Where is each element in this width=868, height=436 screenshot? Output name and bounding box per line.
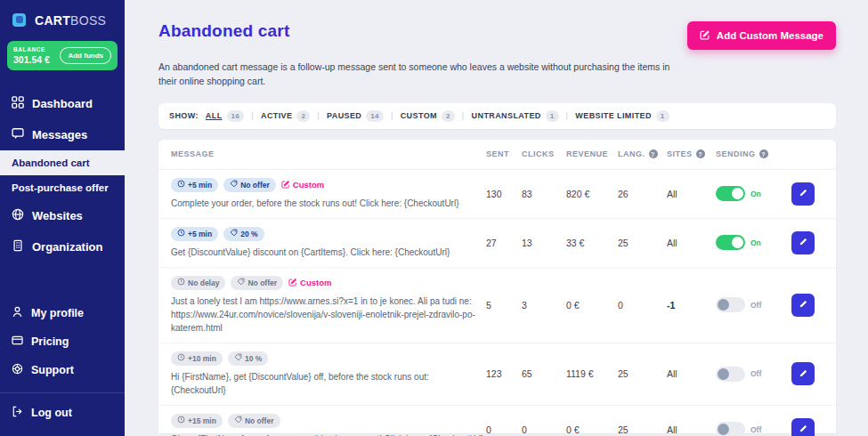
add-custom-message-button[interactable]: Add Custom Message [687,21,836,50]
sidebar-item-websites[interactable]: Websites [0,200,125,231]
table-row: No delayNo offerCustom Just a lonely tes… [158,268,836,343]
main-content: Abandoned cart Add Custom Message An aba… [125,0,868,436]
lifebuoy-icon [12,363,23,377]
edit-message-button[interactable] [791,182,815,206]
lang-value: 25 [618,424,667,435]
help-icon[interactable]: ? [696,149,705,158]
sidebar-item-pricing[interactable]: Pricing [0,327,125,356]
column-clicks: CLICKS [522,149,566,158]
custom-tag: Custom [281,180,324,190]
filter-count: 2 [296,110,310,122]
help-icon[interactable]: ? [649,149,658,158]
messages-table: MESSAGE SENT CLICKS REVENUE LANG.? SITES… [158,140,836,433]
delay-badge: +15 min [171,414,223,428]
sending-toggle[interactable] [716,367,745,382]
sidebar-item-label: Organization [32,240,102,254]
message-text: Oh no {FirstName}, you forgot something … [171,432,486,436]
chat-icon [12,127,24,142]
filter-all[interactable]: ALL16 [206,110,244,122]
clicks-value: 65 [522,368,566,379]
filter-count: 2 [442,110,455,122]
delay-badge: No delay [171,276,225,290]
filter-count: 1 [546,110,559,122]
sidebar-item-label: Pricing [31,335,69,348]
credit-card-icon [12,335,23,349]
revenue-value: 820 € [566,189,618,199]
edit-message-button[interactable] [791,294,815,317]
delay-badge: +5 min [171,178,218,192]
sidebar-item-organization[interactable]: Organization [0,231,125,262]
sidebar-bottom-nav: My profile Pricing Support Log out [0,299,125,436]
building-icon [12,239,24,254]
sidebar-item-post-purchase-offer[interactable]: Post-purchase offer [0,175,125,200]
sidebar-divider [0,392,125,393]
sent-value: 5 [486,300,522,311]
pencil-square-icon [700,29,710,42]
sites-value: -1 [667,300,716,311]
person-icon [12,306,23,320]
clock-icon [177,353,185,363]
toggle-knob [732,237,743,248]
clock-icon [177,229,185,238]
sidebar-item-label: Support [31,364,74,376]
balance-card: BALANCE 301.54 € Add funds [7,41,118,70]
filter-separator: | [317,111,320,120]
edit-message-button[interactable] [791,231,815,254]
filter-separator: | [391,111,393,120]
filter-custom[interactable]: CUSTOM2 [401,110,455,122]
column-revenue: REVENUE [566,149,618,158]
revenue-value: 33 € [566,238,618,248]
message-text: Complete your order, before the stock ru… [171,197,486,210]
logo-text: CARTBOSS [35,13,106,28]
lang-value: 26 [618,189,667,199]
clock-icon [177,278,185,287]
revenue-value: 0 € [566,424,618,435]
sending-toggle[interactable] [716,186,745,201]
sending-toggle[interactable] [716,297,745,312]
add-funds-button[interactable]: Add funds [60,47,111,64]
filter-website-limited[interactable]: WEBSITE LIMITED1 [575,110,669,122]
sidebar-nav: Dashboard Messages Abandoned cart Post-p… [0,88,125,262]
sidebar-item-messages[interactable]: Messages [0,119,125,150]
clock-icon [177,180,185,190]
pencil-icon [799,236,808,249]
column-message: MESSAGE [171,149,486,158]
filter-paused[interactable]: PAUSED14 [327,110,384,122]
cartboss-logo[interactable]: CARTBOSS [0,0,125,39]
logout-icon [12,406,23,420]
edit-message-button[interactable] [791,362,815,385]
sites-value: All [667,368,716,379]
page-title: Abandoned cart [158,21,289,41]
offer-tag-icon [234,416,242,425]
show-label: SHOW: [169,111,199,120]
filter-active[interactable]: ACTIVE2 [261,110,310,122]
sidebar-item-support[interactable]: Support [0,356,125,384]
help-icon[interactable]: ? [759,149,768,158]
message-text: Just a lonely test I am https://www.arne… [171,295,486,335]
sidebar-item-my-profile[interactable]: My profile [0,299,125,327]
sending-toggle[interactable] [716,235,745,250]
table-row: +10 min10 % Hi {FirstName}, get {Discoun… [158,343,836,406]
toggle-knob [718,424,729,435]
sidebar: CARTBOSS BALANCE 301.54 € Add funds Dash… [0,0,125,436]
offer-badge: 20 % [223,227,264,241]
sidebar-item-abandoned-cart[interactable]: Abandoned cart [0,150,125,175]
balance-amount: 301.54 € [13,54,50,65]
balance-label: BALANCE [13,46,50,52]
clock-icon [177,416,185,425]
lang-value: 25 [618,368,667,379]
add-custom-message-label: Add Custom Message [717,30,823,41]
lang-value: 0 [618,300,667,311]
sending-state-label: Off [750,425,761,434]
pencil-icon [799,187,808,200]
sidebar-item-log-out[interactable]: Log out [0,399,125,427]
filter-count: 1 [656,110,669,122]
sending-toggle[interactable] [716,422,745,436]
sidebar-item-dashboard[interactable]: Dashboard [0,88,125,119]
edit-message-button[interactable] [791,418,815,436]
filter-untranslated[interactable]: UNTRANSLATED1 [472,110,559,122]
delay-badge: +10 min [171,351,223,366]
message-text: Hi {FirstName}, get {DiscountValue} off,… [171,370,486,397]
custom-tag: Custom [288,278,331,288]
offer-tag-icon [230,229,238,238]
